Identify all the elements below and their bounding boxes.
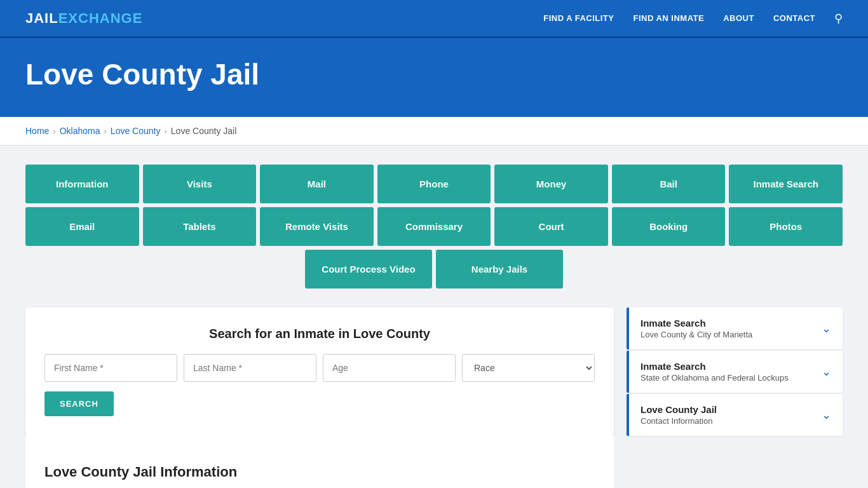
age-input[interactable]: [323, 354, 456, 382]
nav-link-find-inmate[interactable]: FIND AN INMATE: [633, 13, 704, 23]
btn-information[interactable]: Information: [25, 165, 139, 203]
accordion-title-main: Inmate Search: [641, 318, 752, 329]
race-select[interactable]: RaceWhiteBlackHispanicAsianNative Americ…: [462, 354, 595, 382]
accordion-title-main: Love County Jail: [641, 404, 717, 415]
brand-logo[interactable]: JAIL EXCHANGE: [25, 10, 142, 27]
nav-link-find-facility[interactable]: FIND A FACILITY: [543, 13, 614, 23]
button-grid: InformationVisitsMailPhoneMoneyBailInmat…: [25, 165, 843, 288]
btn-bail[interactable]: Bail: [612, 165, 726, 203]
breadcrumb-bar: Home›Oklahoma›Love County›Love County Ja…: [0, 117, 868, 146]
btn-remote-visits[interactable]: Remote Visits: [260, 207, 374, 246]
breadcrumb-current: Love County Jail: [171, 126, 237, 136]
nav-links: FIND A FACILITYFIND AN INMATEABOUTCONTAC…: [543, 11, 843, 25]
lower-section: Search for an Inmate in Love County Race…: [25, 308, 843, 488]
btn-commissary[interactable]: Commissary: [377, 207, 491, 246]
accordion-title-accordion-inmate-state: Inmate Search State of Oklahoma and Fede…: [641, 361, 789, 383]
sidebar: Inmate Search Love County & City of Mari…: [627, 308, 843, 436]
nav-link-about[interactable]: ABOUT: [723, 13, 754, 23]
chevron-down-icon: ⌄: [822, 408, 831, 422]
search-form-title: Search for an Inmate in Love County: [44, 327, 595, 341]
hero-section: Love County Jail: [0, 38, 868, 117]
btn-email[interactable]: Email: [25, 207, 139, 246]
accordion-inmate-state[interactable]: Inmate Search State of Oklahoma and Fede…: [627, 351, 843, 393]
search-button[interactable]: SEARCH: [44, 391, 114, 416]
button-row-1: InformationVisitsMailPhoneMoneyBailInmat…: [25, 165, 843, 203]
last-name-input[interactable]: [184, 354, 316, 382]
nav-link-contact[interactable]: CONTACT: [773, 13, 815, 23]
breadcrumb-sep: ›: [53, 126, 55, 136]
btn-court[interactable]: Court: [494, 207, 608, 246]
search-icon-btn[interactable]: ⚲: [834, 11, 843, 25]
breadcrumb-item-home[interactable]: Home: [25, 126, 49, 136]
accordion-header-accordion-inmate-local[interactable]: Inmate Search Love County & City of Mari…: [629, 308, 843, 349]
button-row-2: EmailTabletsRemote VisitsCommissaryCourt…: [25, 207, 843, 246]
logo-jail: JAIL: [25, 10, 58, 27]
info-section-heading: Love County Jail Information: [44, 464, 595, 484]
accordion-header-accordion-contact[interactable]: Love County Jail Contact Information ⌄: [629, 394, 843, 436]
btn-booking[interactable]: Booking: [612, 207, 726, 246]
breadcrumb-sep: ›: [164, 126, 166, 136]
btn-money[interactable]: Money: [494, 165, 608, 203]
navbar: JAIL EXCHANGE FIND A FACILITYFIND AN INM…: [0, 0, 868, 38]
btn-inmate-search[interactable]: Inmate Search: [729, 165, 843, 203]
chevron-down-icon: ⌄: [822, 365, 831, 379]
accordion-header-accordion-inmate-state[interactable]: Inmate Search State of Oklahoma and Fede…: [629, 351, 843, 393]
btn-nearby-jails[interactable]: Nearby Jails: [436, 250, 563, 288]
accordion-title-sub: Contact Information: [641, 416, 717, 426]
btn-mail[interactable]: Mail: [260, 165, 374, 203]
chevron-down-icon: ⌄: [822, 322, 831, 336]
accordion-contact[interactable]: Love County Jail Contact Information ⌄: [627, 394, 843, 436]
accordion-inmate-local[interactable]: Inmate Search Love County & City of Mari…: [627, 308, 843, 349]
breadcrumb-item-oklahoma[interactable]: Oklahoma: [60, 126, 100, 136]
main-content: InformationVisitsMailPhoneMoneyBailInmat…: [0, 146, 868, 488]
button-row-3: Court Process VideoNearby Jails: [25, 250, 843, 288]
btn-tablets[interactable]: Tablets: [143, 207, 257, 246]
info-section: Love County Jail Information: [25, 435, 614, 488]
accordion-title-accordion-inmate-local: Inmate Search Love County & City of Mari…: [641, 318, 752, 339]
breadcrumb-item-love-county[interactable]: Love County: [111, 126, 161, 136]
breadcrumb: Home›Oklahoma›Love County›Love County Ja…: [25, 126, 843, 136]
breadcrumb-sep: ›: [104, 126, 107, 136]
btn-phone[interactable]: Phone: [377, 165, 491, 203]
btn-visits[interactable]: Visits: [143, 165, 257, 203]
page-title: Love County Jail: [25, 57, 843, 92]
search-form-box: Search for an Inmate in Love County Race…: [25, 308, 614, 435]
first-name-input[interactable]: [44, 354, 177, 382]
form-row-names: RaceWhiteBlackHispanicAsianNative Americ…: [44, 354, 595, 382]
logo-exchange: EXCHANGE: [58, 10, 143, 27]
accordion-title-accordion-contact: Love County Jail Contact Information: [641, 404, 717, 426]
btn-photos[interactable]: Photos: [729, 207, 843, 246]
accordion-title-sub: Love County & City of Marietta: [641, 330, 752, 339]
btn-court-process[interactable]: Court Process Video: [305, 250, 432, 288]
accordion-title-main: Inmate Search: [641, 361, 789, 372]
accordion-title-sub: State of Oklahoma and Federal Lockups: [641, 373, 789, 383]
